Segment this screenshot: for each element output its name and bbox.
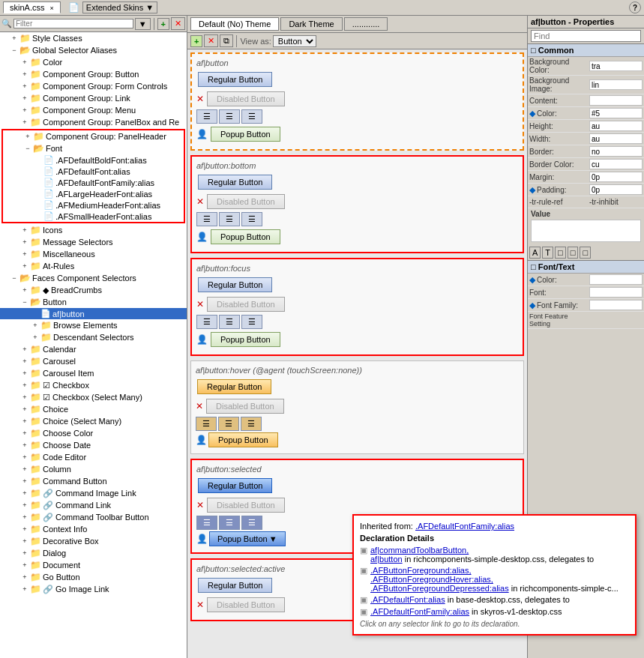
tree-item-comp-panelbox[interactable]: + 📁 Component Group: PanelBox and Re [0,116,187,128]
tree-item-dialog[interactable]: + 📁 Dialog [0,547,187,559]
align-right-5[interactable]: ☰ [241,516,262,530]
tree-item-afbutton[interactable]: 📄 af|button [0,308,187,319]
align-right-1[interactable]: ☰ [241,109,262,124]
prop-value-bordercolor[interactable] [589,159,643,169]
format-icon-1[interactable]: A [529,247,541,259]
regular-button-5[interactable]: Regular Button [198,478,272,493]
tab-other-theme[interactable]: ............ [344,17,388,31]
tree-item-misc[interactable]: + 📁 Miscellaneous [0,248,187,260]
align-right-3[interactable]: ☰ [241,315,262,329]
align-left-3[interactable]: ☰ [196,315,217,329]
tree-item-at-rules[interactable]: + 📁 At-Rules [0,260,187,272]
align-center-4[interactable]: ☰ [218,417,239,431]
tree-item-message-selectors[interactable]: + 📁 Message Selectors [0,236,187,248]
tree-item-command-toolbar-button[interactable]: + 📁 🔗 Command Toolbar Button [0,511,187,523]
format-icon-5[interactable]: □ [580,247,591,259]
tree-item-afdefaultfontfamily[interactable]: 📄 .AFDefaultFontFamily:alias [3,177,184,188]
format-icon-4[interactable]: □ [568,247,579,259]
tree-item-comp-link[interactable]: + 📁 Component Group: Link [0,92,187,104]
popup-link-commandtoolbar[interactable]: af|commandToolbarButton, [370,546,469,555]
delete-button[interactable]: ✕ [171,17,185,30]
tree-item-faces-component[interactable]: − 📂 Faces Component Selectors [0,272,187,284]
tree-item-command-image-link[interactable]: + 📁 🔗 Command Image Link [0,487,187,499]
tree-item-font[interactable]: − 📂 Font [3,142,184,154]
prop-value-font[interactable] [589,287,643,298]
popup-button-2[interactable]: Popup Button [211,229,280,244]
align-center-2[interactable]: ☰ [219,212,240,226]
tree-item-afmediumheaderfont[interactable]: 📄 .AFMediumHeaderFont:alias [3,199,184,211]
regular-button-2[interactable]: Regular Button [198,175,272,190]
prop-value-fontcolor[interactable] [589,274,643,285]
prop-value-fontfamily[interactable] [589,300,643,310]
prop-value-padding[interactable] [589,184,643,195]
tree-item-comp-form[interactable]: + 📁 Component Group: Form Controls [0,80,187,92]
value-textarea[interactable] [531,220,641,242]
delete-selector-button[interactable]: ✕ [204,34,218,47]
view-as-select[interactable]: Button [273,35,316,47]
popup-button-hover[interactable]: Popup Button [208,432,278,447]
prop-value-color[interactable] [589,108,643,118]
prop-value-height[interactable] [589,121,643,131]
popup-button-1[interactable]: Popup Button [211,127,280,142]
tree-item-carousel[interactable]: + 📁 Carousel [0,355,187,367]
align-left-1[interactable]: ☰ [196,109,217,124]
regular-button-3[interactable]: Regular Button [198,277,272,292]
tree-item-calendar[interactable]: + 📁 Calendar [0,343,187,355]
popup-link-afbuttonforegroundhover[interactable]: .AFButtonForegroundHover:alias, [370,575,493,584]
regular-button-4[interactable]: Regular Button [197,379,271,394]
tree-item-breadcrumbs[interactable]: + 📁 ◆ BreadCrumbs [0,284,187,296]
tree-item-carousel-item[interactable]: + 📁 Carousel Item [0,367,187,379]
prop-value-width[interactable] [589,133,643,144]
tree-item-comp-button[interactable]: + 📁 Component Group: Button [0,68,187,80]
right-search-input[interactable] [531,30,641,42]
tree-item-choose-color[interactable]: + 📁 Choose Color [0,427,187,439]
tree-item-button[interactable]: − 📂 Button [0,296,187,308]
extended-skins-dropdown[interactable]: Extended Skins ▼ [82,1,157,13]
tree-item-color[interactable]: + 📁 Color [0,56,187,68]
tree-item-descendant[interactable]: + 📁 Descendant Selectors [0,331,187,343]
tree-item-icons[interactable]: + 📁 Icons [0,224,187,236]
font-text-section-header[interactable]: □ Font/Text [528,261,644,274]
tree-item-context-info[interactable]: + 📁 Context Info [0,523,187,535]
prop-value-bgimage[interactable] [589,79,643,90]
file-tab[interactable]: skinA.css × [3,1,61,13]
popup-dropdown-button[interactable]: Popup Button ▼ [209,531,286,546]
align-right-2[interactable]: ☰ [241,212,262,226]
prop-value-bgcolor[interactable] [589,61,643,71]
tree-item-afsmallheaderfont[interactable]: 📄 .AFSmallHeaderFont:alias [3,211,184,222]
help-button[interactable]: ? [629,1,641,13]
align-left-4[interactable]: ☰ [196,417,217,431]
search-input[interactable] [13,19,133,28]
prop-value-content[interactable] [589,95,643,106]
tree-item-checkbox-many[interactable]: + 📁 ☑ Checkbox (Select Many) [0,391,187,403]
popup-link-afbutton[interactable]: af|button [370,555,403,564]
tree-item-document[interactable]: + 📁 Document [0,559,187,571]
popup-link-afdefaultfontfamily[interactable]: .AFDefaultFontFamily:alias [370,607,469,616]
add-button[interactable]: + [157,18,169,30]
align-right-4[interactable]: ☰ [241,417,262,431]
popup-link-afbuttonforegrounddepressed[interactable]: .AFButtonForegroundDepressed:alias [370,584,509,593]
prop-value-margin[interactable] [589,172,643,182]
filter-button[interactable]: ▼ [135,18,151,30]
tree-item-go-image-link[interactable]: + 📁 🔗 Go Image Link [0,583,187,595]
prop-value-border[interactable] [589,146,643,157]
popup-inherited-link[interactable]: .AFDefaultFontFamily:alias [415,522,514,531]
add-selector-button[interactable]: + [190,35,202,47]
format-icon-3[interactable]: □ [555,247,566,259]
tree-item-afdefaultfont[interactable]: 📄 .AFDefaultFont:alias [3,166,184,177]
align-center-5[interactable]: ☰ [219,516,240,530]
format-icon-2[interactable]: T [542,247,553,259]
tree-item-global-aliases[interactable]: − 📂 Global Selector Aliases [0,44,187,56]
tree-item-command-link[interactable]: + 📁 🔗 Command Link [0,499,187,511]
copy-selector-button[interactable]: ⧉ [220,34,233,47]
tab-default-theme[interactable]: Default (No) Theme [190,17,279,31]
align-center-3[interactable]: ☰ [219,315,240,329]
regular-button-1[interactable]: Regular Button [198,72,272,87]
align-left-5[interactable]: ☰ [196,516,217,530]
tree-item-choice-many[interactable]: + 📁 Choice (Select Many) [0,415,187,427]
tree-item-go-button[interactable]: + 📁 Go Button [0,571,187,583]
tree-item-comp-panelheader[interactable]: + 📁 Component Group: PanelHeader [3,130,184,142]
popup-link-afdefaultfont[interactable]: .AFDefaultFont:alias [370,595,445,604]
tree-item-browse-elements[interactable]: + 📁 Browse Elements [0,319,187,331]
align-center-1[interactable]: ☰ [219,109,240,124]
